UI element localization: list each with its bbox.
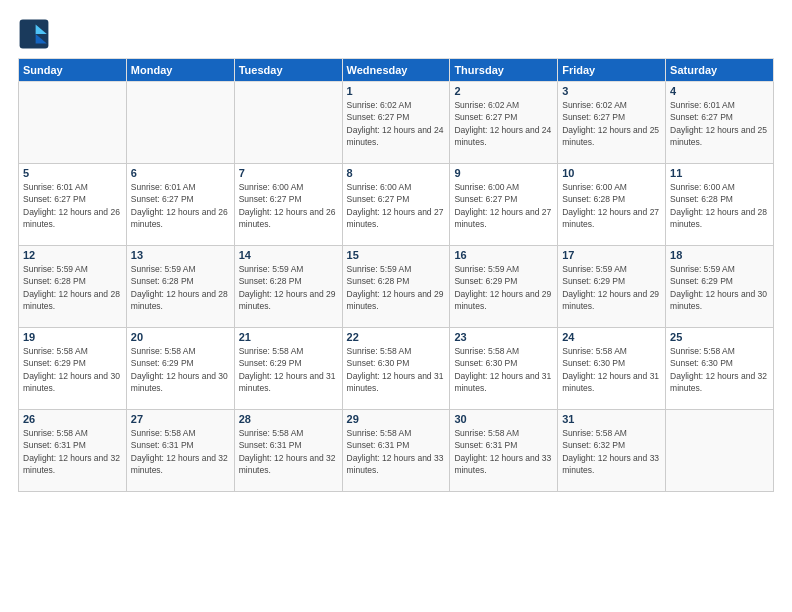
cell-info: Sunrise: 5:59 AM Sunset: 6:28 PM Dayligh…	[131, 263, 230, 312]
week-row-2: 5Sunrise: 6:01 AM Sunset: 6:27 PM Daylig…	[19, 164, 774, 246]
day-number: 26	[23, 413, 122, 425]
calendar-cell: 18Sunrise: 5:59 AM Sunset: 6:29 PM Dayli…	[666, 246, 774, 328]
day-number: 29	[347, 413, 446, 425]
day-number: 20	[131, 331, 230, 343]
calendar-cell: 1Sunrise: 6:02 AM Sunset: 6:27 PM Daylig…	[342, 82, 450, 164]
day-number: 14	[239, 249, 338, 261]
calendar-cell: 14Sunrise: 5:59 AM Sunset: 6:28 PM Dayli…	[234, 246, 342, 328]
week-row-3: 12Sunrise: 5:59 AM Sunset: 6:28 PM Dayli…	[19, 246, 774, 328]
header-cell-tuesday: Tuesday	[234, 59, 342, 82]
calendar-cell: 28Sunrise: 5:58 AM Sunset: 6:31 PM Dayli…	[234, 410, 342, 492]
day-number: 8	[347, 167, 446, 179]
calendar-table: SundayMondayTuesdayWednesdayThursdayFrid…	[18, 58, 774, 492]
cell-info: Sunrise: 5:58 AM Sunset: 6:29 PM Dayligh…	[23, 345, 122, 394]
cell-info: Sunrise: 6:02 AM Sunset: 6:27 PM Dayligh…	[454, 99, 553, 148]
cell-info: Sunrise: 5:58 AM Sunset: 6:30 PM Dayligh…	[670, 345, 769, 394]
calendar-cell: 16Sunrise: 5:59 AM Sunset: 6:29 PM Dayli…	[450, 246, 558, 328]
day-number: 30	[454, 413, 553, 425]
cell-info: Sunrise: 5:58 AM Sunset: 6:31 PM Dayligh…	[347, 427, 446, 476]
week-row-5: 26Sunrise: 5:58 AM Sunset: 6:31 PM Dayli…	[19, 410, 774, 492]
cell-info: Sunrise: 6:00 AM Sunset: 6:28 PM Dayligh…	[562, 181, 661, 230]
calendar-cell: 11Sunrise: 6:00 AM Sunset: 6:28 PM Dayli…	[666, 164, 774, 246]
calendar-cell: 30Sunrise: 5:58 AM Sunset: 6:31 PM Dayli…	[450, 410, 558, 492]
calendar-cell: 3Sunrise: 6:02 AM Sunset: 6:27 PM Daylig…	[558, 82, 666, 164]
header-cell-sunday: Sunday	[19, 59, 127, 82]
cell-info: Sunrise: 5:59 AM Sunset: 6:29 PM Dayligh…	[670, 263, 769, 312]
cell-info: Sunrise: 5:58 AM Sunset: 6:31 PM Dayligh…	[239, 427, 338, 476]
cell-info: Sunrise: 6:01 AM Sunset: 6:27 PM Dayligh…	[23, 181, 122, 230]
day-number: 15	[347, 249, 446, 261]
cell-info: Sunrise: 6:01 AM Sunset: 6:27 PM Dayligh…	[670, 99, 769, 148]
cell-info: Sunrise: 6:00 AM Sunset: 6:27 PM Dayligh…	[347, 181, 446, 230]
cell-info: Sunrise: 6:02 AM Sunset: 6:27 PM Dayligh…	[347, 99, 446, 148]
calendar-cell: 31Sunrise: 5:58 AM Sunset: 6:32 PM Dayli…	[558, 410, 666, 492]
day-number: 13	[131, 249, 230, 261]
day-number: 24	[562, 331, 661, 343]
logo-icon	[18, 18, 50, 50]
calendar-cell: 4Sunrise: 6:01 AM Sunset: 6:27 PM Daylig…	[666, 82, 774, 164]
cell-info: Sunrise: 5:58 AM Sunset: 6:30 PM Dayligh…	[454, 345, 553, 394]
cell-info: Sunrise: 6:00 AM Sunset: 6:28 PM Dayligh…	[670, 181, 769, 230]
day-number: 2	[454, 85, 553, 97]
cell-info: Sunrise: 5:58 AM Sunset: 6:29 PM Dayligh…	[131, 345, 230, 394]
header-row: SundayMondayTuesdayWednesdayThursdayFrid…	[19, 59, 774, 82]
day-number: 4	[670, 85, 769, 97]
day-number: 17	[562, 249, 661, 261]
header	[18, 18, 774, 50]
calendar-cell	[126, 82, 234, 164]
calendar-cell: 24Sunrise: 5:58 AM Sunset: 6:30 PM Dayli…	[558, 328, 666, 410]
header-cell-thursday: Thursday	[450, 59, 558, 82]
calendar-cell: 23Sunrise: 5:58 AM Sunset: 6:30 PM Dayli…	[450, 328, 558, 410]
cell-info: Sunrise: 6:00 AM Sunset: 6:27 PM Dayligh…	[239, 181, 338, 230]
cell-info: Sunrise: 5:58 AM Sunset: 6:31 PM Dayligh…	[23, 427, 122, 476]
week-row-4: 19Sunrise: 5:58 AM Sunset: 6:29 PM Dayli…	[19, 328, 774, 410]
week-row-1: 1Sunrise: 6:02 AM Sunset: 6:27 PM Daylig…	[19, 82, 774, 164]
cell-info: Sunrise: 5:59 AM Sunset: 6:28 PM Dayligh…	[347, 263, 446, 312]
calendar-cell: 7Sunrise: 6:00 AM Sunset: 6:27 PM Daylig…	[234, 164, 342, 246]
day-number: 7	[239, 167, 338, 179]
calendar-cell	[19, 82, 127, 164]
day-number: 9	[454, 167, 553, 179]
day-number: 5	[23, 167, 122, 179]
logo	[18, 18, 54, 50]
day-number: 10	[562, 167, 661, 179]
calendar-cell: 9Sunrise: 6:00 AM Sunset: 6:27 PM Daylig…	[450, 164, 558, 246]
cell-info: Sunrise: 5:59 AM Sunset: 6:28 PM Dayligh…	[23, 263, 122, 312]
calendar-cell: 29Sunrise: 5:58 AM Sunset: 6:31 PM Dayli…	[342, 410, 450, 492]
calendar-cell: 10Sunrise: 6:00 AM Sunset: 6:28 PM Dayli…	[558, 164, 666, 246]
cell-info: Sunrise: 5:58 AM Sunset: 6:32 PM Dayligh…	[562, 427, 661, 476]
header-cell-monday: Monday	[126, 59, 234, 82]
calendar-cell: 17Sunrise: 5:59 AM Sunset: 6:29 PM Dayli…	[558, 246, 666, 328]
cell-info: Sunrise: 5:59 AM Sunset: 6:29 PM Dayligh…	[562, 263, 661, 312]
cell-info: Sunrise: 5:58 AM Sunset: 6:31 PM Dayligh…	[131, 427, 230, 476]
calendar-cell: 19Sunrise: 5:58 AM Sunset: 6:29 PM Dayli…	[19, 328, 127, 410]
day-number: 21	[239, 331, 338, 343]
cell-info: Sunrise: 6:02 AM Sunset: 6:27 PM Dayligh…	[562, 99, 661, 148]
page: SundayMondayTuesdayWednesdayThursdayFrid…	[0, 0, 792, 612]
cell-info: Sunrise: 5:59 AM Sunset: 6:29 PM Dayligh…	[454, 263, 553, 312]
calendar-cell: 2Sunrise: 6:02 AM Sunset: 6:27 PM Daylig…	[450, 82, 558, 164]
calendar-cell: 12Sunrise: 5:59 AM Sunset: 6:28 PM Dayli…	[19, 246, 127, 328]
cell-info: Sunrise: 6:00 AM Sunset: 6:27 PM Dayligh…	[454, 181, 553, 230]
day-number: 11	[670, 167, 769, 179]
calendar-cell	[234, 82, 342, 164]
calendar-cell: 21Sunrise: 5:58 AM Sunset: 6:29 PM Dayli…	[234, 328, 342, 410]
day-number: 23	[454, 331, 553, 343]
cell-info: Sunrise: 5:58 AM Sunset: 6:30 PM Dayligh…	[347, 345, 446, 394]
cell-info: Sunrise: 5:58 AM Sunset: 6:30 PM Dayligh…	[562, 345, 661, 394]
day-number: 22	[347, 331, 446, 343]
calendar-cell: 22Sunrise: 5:58 AM Sunset: 6:30 PM Dayli…	[342, 328, 450, 410]
calendar-cell: 27Sunrise: 5:58 AM Sunset: 6:31 PM Dayli…	[126, 410, 234, 492]
calendar-cell: 13Sunrise: 5:59 AM Sunset: 6:28 PM Dayli…	[126, 246, 234, 328]
calendar-cell: 26Sunrise: 5:58 AM Sunset: 6:31 PM Dayli…	[19, 410, 127, 492]
day-number: 28	[239, 413, 338, 425]
header-cell-saturday: Saturday	[666, 59, 774, 82]
day-number: 18	[670, 249, 769, 261]
calendar-cell: 6Sunrise: 6:01 AM Sunset: 6:27 PM Daylig…	[126, 164, 234, 246]
cell-info: Sunrise: 6:01 AM Sunset: 6:27 PM Dayligh…	[131, 181, 230, 230]
header-cell-friday: Friday	[558, 59, 666, 82]
day-number: 31	[562, 413, 661, 425]
cell-info: Sunrise: 5:58 AM Sunset: 6:29 PM Dayligh…	[239, 345, 338, 394]
header-cell-wednesday: Wednesday	[342, 59, 450, 82]
day-number: 6	[131, 167, 230, 179]
